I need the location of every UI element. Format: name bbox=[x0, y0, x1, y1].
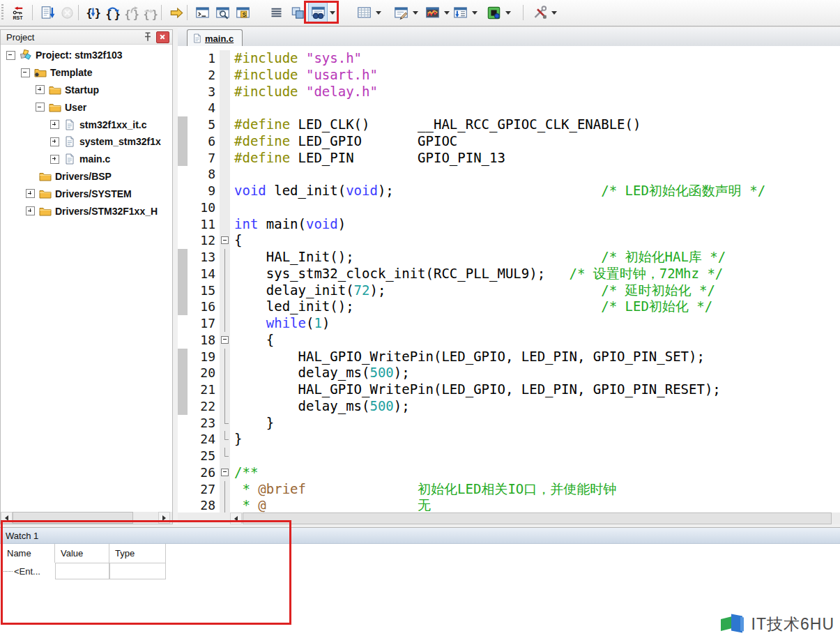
tree-item-user[interactable]: User bbox=[1, 98, 172, 116]
system-viewer-button[interactable] bbox=[484, 2, 503, 23]
breakpoint-margin[interactable] bbox=[178, 349, 188, 365]
breakpoint-margin[interactable] bbox=[178, 67, 188, 84]
tree-item-drivers-bsp[interactable]: Drivers/BSP bbox=[1, 168, 172, 185]
command-window-button[interactable] bbox=[192, 2, 212, 23]
breakpoint-margin[interactable] bbox=[178, 315, 188, 332]
fold-margin[interactable] bbox=[220, 232, 230, 249]
breakpoint-margin[interactable] bbox=[178, 497, 188, 514]
serial-window-button[interactable] bbox=[391, 2, 411, 23]
tree-item-project-stm32f103[interactable]: Project: stm32f103 bbox=[1, 47, 172, 64]
watch-column-name[interactable]: Name bbox=[1, 544, 55, 563]
symbols-window-button[interactable]: S bbox=[233, 2, 252, 23]
breakpoint-margin[interactable] bbox=[178, 116, 188, 133]
breakpoint-margin[interactable] bbox=[178, 282, 188, 299]
breakpoint-margin[interactable] bbox=[178, 415, 188, 432]
fold-collapse-icon[interactable] bbox=[221, 236, 229, 244]
scrollbar-thumb[interactable] bbox=[243, 512, 832, 524]
show-current-statement-button[interactable] bbox=[167, 2, 186, 23]
watch-row-name[interactable]: <Ent... bbox=[1, 563, 57, 579]
run-button[interactable] bbox=[38, 2, 57, 23]
expand-icon[interactable] bbox=[50, 137, 59, 146]
expand-icon[interactable] bbox=[36, 85, 45, 94]
run-to-cursor-button[interactable]: {} bbox=[140, 2, 160, 23]
breakpoint-margin[interactable] bbox=[178, 464, 188, 481]
system-viewer-button-dropdown[interactable] bbox=[503, 2, 512, 23]
step-button[interactable]: {} bbox=[83, 2, 102, 23]
tree-item-stm32f1xx-it-c[interactable]: stm32f1xx_it.c bbox=[1, 116, 172, 133]
breakpoint-margin[interactable] bbox=[178, 298, 188, 315]
breakpoint-margin[interactable] bbox=[178, 365, 188, 381]
trace-window-button-dropdown[interactable] bbox=[470, 2, 479, 23]
disassembly-window-button[interactable] bbox=[213, 2, 232, 23]
reset-button[interactable]: RST bbox=[8, 2, 28, 23]
fold-collapse-icon[interactable] bbox=[221, 469, 229, 476]
tree-item-startup[interactable]: Startup bbox=[1, 82, 172, 99]
breakpoint-margin[interactable] bbox=[178, 100, 188, 116]
trace-window-button[interactable] bbox=[450, 2, 470, 23]
code-line-1: 1#include "sys.h" bbox=[178, 50, 840, 67]
breakpoint-margin[interactable] bbox=[178, 232, 188, 249]
scrollbar-thumb[interactable] bbox=[13, 512, 133, 524]
project-horizontal-scrollbar[interactable] bbox=[1, 512, 172, 524]
breakpoint-margin[interactable] bbox=[178, 166, 188, 183]
registers-window-button[interactable] bbox=[266, 2, 286, 23]
call-stack-window-button[interactable] bbox=[288, 2, 307, 23]
collapse-icon[interactable] bbox=[21, 68, 30, 77]
breakpoint-margin[interactable] bbox=[178, 133, 188, 150]
breakpoint-margin[interactable] bbox=[178, 84, 188, 100]
breakpoint-margin[interactable] bbox=[178, 266, 188, 282]
expand-icon[interactable] bbox=[26, 189, 35, 198]
memory-window-button-dropdown[interactable] bbox=[374, 2, 383, 23]
system-viewer-icon bbox=[487, 6, 501, 20]
toolbar-grip[interactable] bbox=[1, 4, 3, 21]
collapse-icon[interactable] bbox=[6, 51, 15, 60]
tree-item-drivers-system[interactable]: Drivers/SYSTEM bbox=[1, 185, 172, 202]
breakpoint-margin[interactable] bbox=[178, 332, 188, 349]
tree-item-system-stm32f1x[interactable]: system_stm32f1x bbox=[1, 133, 172, 151]
breakpoint-margin[interactable] bbox=[178, 381, 188, 398]
scroll-left-icon[interactable] bbox=[230, 512, 242, 524]
toolbox-button-dropdown[interactable] bbox=[549, 2, 558, 23]
code-editor[interactable]: 1#include "sys.h"2#include "usart.h"3#in… bbox=[178, 46, 840, 517]
breakpoint-margin[interactable] bbox=[178, 249, 188, 266]
close-icon[interactable] bbox=[156, 31, 169, 43]
toolbox-button[interactable] bbox=[530, 2, 549, 23]
expand-icon[interactable] bbox=[26, 206, 35, 215]
scroll-left-icon[interactable] bbox=[1, 512, 13, 524]
collapse-icon[interactable] bbox=[36, 102, 45, 112]
analysis-window-button[interactable] bbox=[422, 2, 442, 23]
breakpoint-margin[interactable] bbox=[178, 150, 188, 167]
breakpoint-margin[interactable] bbox=[178, 50, 188, 67]
editor-horizontal-scrollbar[interactable] bbox=[178, 512, 840, 524]
watch-window-button-dropdown[interactable] bbox=[328, 2, 337, 23]
code-text: } bbox=[230, 431, 242, 448]
watch-column-value[interactable]: Value bbox=[55, 544, 109, 563]
tree-item-main-c[interactable]: main.c bbox=[1, 151, 172, 168]
stop-button[interactable] bbox=[57, 2, 77, 23]
step-out-button[interactable]: {} bbox=[121, 2, 141, 23]
watch-window-button[interactable] bbox=[308, 2, 328, 23]
breakpoint-margin[interactable] bbox=[178, 216, 188, 233]
pin-icon[interactable] bbox=[142, 32, 153, 43]
breakpoint-margin[interactable] bbox=[178, 481, 188, 498]
expand-icon[interactable] bbox=[50, 155, 59, 164]
analysis-window-icon bbox=[425, 6, 440, 20]
breakpoint-margin[interactable] bbox=[178, 448, 188, 464]
step-over-button[interactable]: {} bbox=[102, 2, 122, 23]
fold-margin[interactable] bbox=[220, 464, 230, 481]
memory-window-button[interactable] bbox=[354, 2, 374, 23]
serial-window-button-dropdown[interactable] bbox=[411, 2, 420, 23]
breakpoint-margin[interactable] bbox=[178, 183, 188, 199]
expand-icon[interactable] bbox=[50, 120, 59, 129]
fold-margin bbox=[220, 448, 230, 464]
tree-item-drivers-stm32f1xx-h[interactable]: Drivers/STM32F1xx_H bbox=[1, 202, 172, 220]
scroll-right-icon[interactable] bbox=[158, 512, 170, 524]
breakpoint-margin[interactable] bbox=[178, 431, 188, 448]
fold-collapse-icon[interactable] bbox=[221, 336, 229, 344]
watch-column-type[interactable]: Type bbox=[109, 544, 166, 563]
tree-item-template[interactable]: Template bbox=[1, 64, 172, 82]
tab-main-c[interactable]: main.c bbox=[187, 29, 243, 47]
fold-margin[interactable] bbox=[220, 332, 230, 349]
breakpoint-margin[interactable] bbox=[178, 398, 188, 415]
breakpoint-margin[interactable] bbox=[178, 199, 188, 216]
